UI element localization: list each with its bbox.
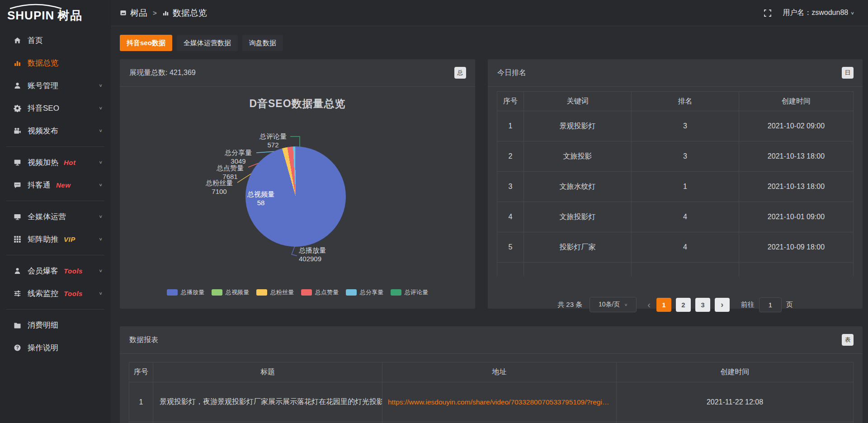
table-row: 1 景观投影灯，夜游景观投影灯厂家展示展示落花灯在花园里的灯光投影应用效果 # … [129, 382, 854, 422]
sidebar-item-label: 数据总览 [28, 58, 58, 68]
app-root: SHUPIN树品 首页 数据总览 账号管理 ∨ 抖音SEO ∨ [0, 0, 868, 423]
goto-page-input[interactable] [759, 297, 782, 312]
chevron-down-icon: ∨ [99, 183, 103, 188]
legend-item-fans[interactable]: 总粉丝量 [256, 288, 294, 296]
sidebar-item-label: 首页 [28, 35, 43, 46]
pie-label-fans: 总粉丝量7100 [201, 179, 237, 196]
sidebar-item-video-heating[interactable]: 视频加热 Hot ∨ [0, 151, 111, 174]
menu-divider [6, 309, 104, 310]
monitor-icon [14, 213, 21, 221]
table-row: 5 投影灯厂家 4 2021-10-09 18:00 [497, 232, 854, 263]
legend-item-shares[interactable]: 总分享量 [346, 288, 383, 296]
sidebar-item-member-tools[interactable]: 会员爆客 Tools ∨ [0, 259, 111, 282]
comment-icon [14, 181, 21, 189]
page-size-select[interactable]: 10条/页 ∨ [590, 297, 637, 312]
home-icon [14, 37, 21, 44]
hot-badge: Hot [64, 159, 76, 166]
day-badge[interactable]: 日 [842, 67, 854, 79]
report-panel-header: 数据报表 表 [120, 326, 863, 354]
menu-divider [6, 255, 104, 255]
legend-swatch [301, 289, 312, 296]
page-button-2[interactable]: 2 [676, 298, 691, 312]
data-tabs: 抖音seo数据 全媒体运营数据 询盘数据 [120, 35, 863, 51]
legend-item-likes[interactable]: 总点赞量 [301, 288, 339, 296]
sidebar-item-home[interactable]: 首页 [0, 29, 111, 52]
report-panel-body: 序号 标题 地址 创建时间 1 景观投影灯，夜游景观投影灯厂家展示展示落花灯在花… [120, 362, 863, 423]
sidebar-item-label: 会员爆客 [28, 266, 58, 276]
screen-icon [14, 159, 21, 166]
breadcrumb: 树品 > 数据总览 [120, 7, 207, 19]
sidebar-item-video-publish[interactable]: 视频发布 ∨ [0, 119, 111, 142]
sidebar-item-operation-guide[interactable]: ? 操作说明 [0, 336, 111, 359]
breadcrumb-root[interactable]: 树品 [120, 7, 147, 19]
sidebar-item-douyin-seo[interactable]: 抖音SEO ∨ [0, 97, 111, 119]
topbar: 树品 > 数据总览 用户名：zswodun88 ∨ [111, 0, 868, 26]
breadcrumb-current[interactable]: 数据总览 [162, 7, 207, 19]
logo[interactable]: SHUPIN树品 [0, 0, 111, 26]
prev-page-button[interactable]: ‹ [647, 300, 651, 309]
video-url-link[interactable]: https://www.iesdouyin.com/share/video/70… [382, 382, 617, 422]
sidebar-item-data-overview[interactable]: 数据总览 [0, 52, 111, 74]
sidebar-item-douketong[interactable]: 抖客通 New ∨ [0, 174, 111, 196]
sidebar-item-media-operation[interactable]: 全媒体运营 ∨ [0, 205, 111, 228]
legend-swatch [346, 289, 357, 296]
legend-item-plays[interactable]: 总播放量 [167, 288, 204, 296]
report-panel: 数据报表 表 序号 标题 地址 创建时间 [120, 326, 863, 423]
logo-text-en: SHUPIN [7, 9, 54, 22]
chart-title: D音SEO数据量总览 [120, 97, 475, 111]
legend-item-videos[interactable]: 总视频量 [212, 288, 249, 296]
chevron-down-icon: ∨ [99, 214, 103, 219]
table-row: 2 文旅投影 3 2021-10-13 18:00 [497, 141, 854, 172]
table-row: 4 文旅投影灯 4 2021-10-01 09:00 [497, 202, 854, 232]
legend-swatch [256, 289, 267, 296]
tab-media-operation-data[interactable]: 全媒体运营数据 [177, 35, 238, 51]
chevron-down-icon: ∨ [99, 128, 103, 133]
col-header-title: 标题 [153, 362, 382, 382]
sidebar-item-label: 线索监控 [28, 288, 58, 299]
legend-swatch [167, 289, 178, 296]
sidebar-item-label: 抖音SEO [28, 103, 59, 113]
col-header-index: 序号 [129, 362, 153, 382]
logo-arc [8, 4, 63, 9]
svg-text:?: ? [16, 345, 19, 350]
chevron-down-icon: ∨ [850, 10, 854, 15]
goto-label: 前往 [741, 301, 755, 309]
table-row: 1 景观投影灯 3 2021-10-02 09:00 [497, 111, 854, 141]
ranking-panel-header: 今日排名 日 [488, 59, 863, 87]
tab-douyin-seo-data[interactable]: 抖音seo数据 [120, 35, 172, 51]
next-page-button[interactable]: › [715, 298, 730, 312]
grid-icon [14, 235, 21, 243]
total-badge[interactable]: 总 [454, 67, 466, 79]
pie-label-comments: 总评论量572 [255, 132, 291, 149]
col-header-rank: 排名 [632, 92, 739, 111]
pie-label-shares: 总分享量3049 [220, 148, 256, 165]
sidebar: SHUPIN树品 首页 数据总览 账号管理 ∨ 抖音SEO ∨ [0, 0, 111, 423]
table-row: 3 文旅水纹灯 1 2021-10-13 18:00 [497, 172, 854, 202]
chevron-down-icon: ∨ [99, 160, 103, 165]
sidebar-item-consumption-detail[interactable]: 消费明细 [0, 314, 111, 336]
page-button-3[interactable]: 3 [695, 298, 710, 312]
menu-divider [6, 146, 104, 147]
sidebar-menu: 首页 数据总览 账号管理 ∨ 抖音SEO ∨ 视频发布 ∨ [0, 26, 111, 359]
goto-unit-label: 页 [786, 301, 793, 309]
logo-text-cn: 树品 [57, 9, 83, 22]
sliders-icon [14, 290, 21, 297]
sidebar-item-clue-monitor[interactable]: 线索监控 Tools ∨ [0, 282, 111, 305]
top-row: 展现量总数: 421,369 总 D音SEO数据量总览 总评论量572 [120, 59, 863, 309]
ranking-panel: 今日排名 日 序号 关键词 排名 创建时间 [488, 59, 863, 309]
chevron-down-icon: ∨ [99, 106, 103, 111]
page-button-1[interactable]: 1 [656, 298, 671, 312]
ranking-table: 序号 关键词 排名 创建时间 1 景观投影灯 3 2021-10 [497, 91, 854, 276]
fullscreen-icon[interactable] [764, 9, 772, 17]
chevron-down-icon: ∨ [99, 268, 103, 273]
user-menu[interactable]: 用户名：zswodun88 ∨ [783, 8, 854, 18]
sidebar-item-label: 抖客通 [28, 180, 51, 190]
pie-label-videos: 总视频量58 [246, 190, 275, 207]
sidebar-item-matrix-boost[interactable]: 矩阵助推 VIP ∨ [0, 228, 111, 250]
table-badge[interactable]: 表 [842, 334, 854, 346]
tab-inquiry-data[interactable]: 询盘数据 [242, 35, 283, 51]
user-icon [14, 82, 21, 89]
video-title-cell: 景观投影灯，夜游景观投影灯厂家展示展示落花灯在花园里的灯光投影应用效果 # [153, 382, 382, 422]
sidebar-item-account[interactable]: 账号管理 ∨ [0, 74, 111, 97]
legend-item-comments[interactable]: 总评论量 [391, 288, 428, 296]
